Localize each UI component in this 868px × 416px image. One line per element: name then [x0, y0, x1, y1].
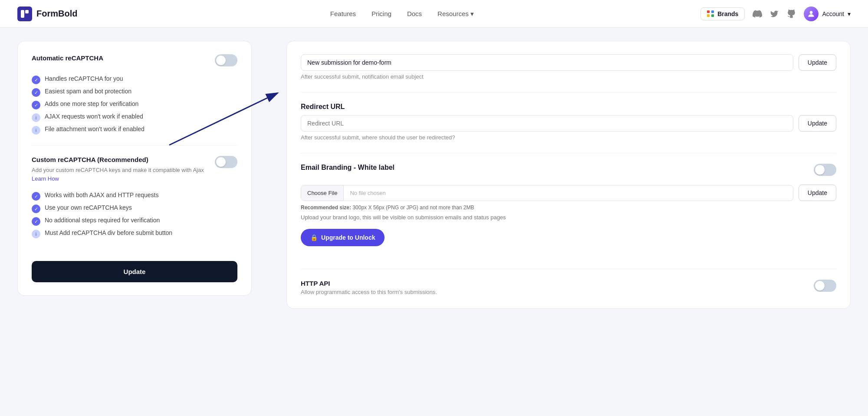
- learn-how-link[interactable]: Learn How: [32, 175, 59, 182]
- file-upload-row: Choose File No file chosen Update: [301, 185, 836, 201]
- redirect-url-input[interactable]: [301, 115, 793, 132]
- choose-file-button[interactable]: Choose File: [301, 185, 344, 201]
- list-item: ✓ Works with both AJAX and HTTP requests: [32, 191, 237, 201]
- account-chevron-icon: ▾: [848, 10, 851, 17]
- auto-recaptcha-features: ✓ Handles reCAPTCHA for you ✓ Easiest sp…: [32, 75, 237, 135]
- divider: [301, 153, 836, 153]
- auto-recaptcha-toggle[interactable]: [215, 54, 237, 66]
- account-menu[interactable]: Account ▾: [804, 7, 851, 21]
- nav-docs[interactable]: Docs: [407, 10, 422, 17]
- custom-recaptcha-toggle[interactable]: [215, 156, 237, 168]
- file-update-button[interactable]: Update: [799, 185, 836, 201]
- twitter-icon[interactable]: [770, 10, 779, 18]
- settings-card: Automatic reCAPTCHA ✓ Handles reCAPTCHA …: [17, 41, 252, 296]
- brands-button[interactable]: Brands: [700, 7, 745, 20]
- email-subject-desc: After successful submit, notification em…: [301, 73, 836, 80]
- email-subject-row: Update: [301, 54, 836, 71]
- svg-rect-1: [25, 10, 29, 13]
- http-api-info: HTTP API Allow programmatic access to th…: [301, 280, 437, 295]
- logo-text: FormBold: [36, 9, 77, 19]
- file-label: No file chosen: [344, 185, 391, 201]
- account-label: Account: [822, 10, 844, 17]
- check-icon: ✓: [32, 192, 40, 201]
- discord-icon[interactable]: [753, 9, 762, 19]
- upgrade-button[interactable]: 🔒 Upgrade to Unlock: [301, 229, 385, 246]
- list-item: ✓ Easiest spam and bot protection: [32, 88, 237, 97]
- custom-recaptcha-desc: Add your custom reCAPTCHA keys and make …: [32, 166, 206, 183]
- http-api-section: HTTP API Allow programmatic access to th…: [301, 280, 836, 295]
- redirect-url-section: Redirect URL Update After successful sub…: [301, 103, 836, 141]
- email-branding-row: Email Branding - White label: [301, 164, 836, 176]
- http-api-title: HTTP API: [301, 280, 437, 287]
- upload-desc: Upload your brand logo, this will be vis…: [301, 213, 836, 222]
- custom-recaptcha-title: Custom reCAPTCHA (Recommended): [32, 156, 206, 163]
- info-icon: i: [32, 113, 40, 122]
- lock-icon: 🔒: [310, 234, 318, 241]
- http-api-desc: Allow programmatic access to this form's…: [301, 289, 437, 295]
- custom-recaptcha-row: Custom reCAPTCHA (Recommended) Add your …: [32, 156, 237, 183]
- check-icon: ✓: [32, 205, 40, 213]
- chevron-down-icon: ▾: [470, 10, 474, 18]
- custom-recaptcha-info: Custom reCAPTCHA (Recommended) Add your …: [32, 156, 206, 183]
- auto-recaptcha-title: Automatic reCAPTCHA: [32, 54, 103, 62]
- check-icon: ✓: [32, 88, 40, 97]
- nav-links: Features Pricing Docs Resources ▾: [103, 10, 700, 18]
- email-subject-section: Update After successful submit, notifica…: [301, 54, 836, 80]
- recommended-size: Recommended size: 300px X 56px (PNG or J…: [301, 205, 836, 211]
- check-icon: ✓: [32, 101, 40, 109]
- nav-resources[interactable]: Resources ▾: [437, 10, 474, 18]
- brands-grid-icon: [707, 10, 714, 17]
- email-branding-title: Email Branding - White label: [301, 164, 395, 172]
- right-card: Update After successful submit, notifica…: [286, 41, 851, 309]
- redirect-url-update-button[interactable]: Update: [799, 115, 836, 132]
- check-icon: ✓: [32, 76, 40, 84]
- logo[interactable]: FormBold: [17, 7, 77, 21]
- svg-point-2: [810, 11, 813, 14]
- left-panel: Automatic reCAPTCHA ✓ Handles reCAPTCHA …: [0, 28, 269, 416]
- update-button[interactable]: Update: [32, 261, 237, 282]
- redirect-url-row: Update: [301, 115, 836, 132]
- info-icon: i: [32, 230, 40, 238]
- list-item: i AJAX requests won't work if enabled: [32, 113, 237, 122]
- divider: [301, 269, 836, 269]
- nav-right: Brands Account ▾: [700, 7, 851, 21]
- http-api-toggle[interactable]: [814, 280, 836, 292]
- email-subject-input[interactable]: [301, 54, 793, 71]
- auto-recaptcha-row: Automatic reCAPTCHA: [32, 54, 237, 66]
- upgrade-label: Upgrade to Unlock: [321, 234, 375, 241]
- logo-icon: [17, 7, 32, 21]
- info-icon: i: [32, 126, 40, 135]
- list-item: ✓ Handles reCAPTCHA for you: [32, 75, 237, 84]
- check-icon: ✓: [32, 217, 40, 226]
- file-input-wrapper: Choose File No file chosen: [301, 185, 793, 201]
- divider: [32, 145, 237, 145]
- divider: [301, 92, 836, 92]
- navbar: FormBold Features Pricing Docs Resources…: [0, 0, 868, 28]
- right-panel: Update After successful submit, notifica…: [269, 28, 868, 416]
- redirect-url-desc: After successful submit, where should th…: [301, 134, 836, 141]
- nav-pricing[interactable]: Pricing: [372, 10, 391, 17]
- email-subject-update-button[interactable]: Update: [799, 54, 836, 71]
- list-item: ✓ No additional steps required for verif…: [32, 217, 237, 226]
- github-icon[interactable]: [786, 9, 796, 19]
- list-item: ✓ Adds one more step for verification: [32, 100, 237, 109]
- custom-recaptcha-features: ✓ Works with both AJAX and HTTP requests…: [32, 191, 237, 238]
- nav-features[interactable]: Features: [330, 10, 356, 17]
- list-item: i File attachment won't work if enabled: [32, 125, 237, 135]
- avatar: [804, 7, 819, 21]
- brands-label: Brands: [717, 10, 738, 17]
- redirect-url-title: Redirect URL: [301, 103, 836, 111]
- email-branding-section: Email Branding - White label Choose File…: [301, 164, 836, 257]
- list-item: ✓ Use your own reCAPTCHA keys: [32, 204, 237, 213]
- svg-rect-0: [21, 10, 24, 18]
- email-branding-toggle[interactable]: [814, 164, 836, 176]
- page-content: Automatic reCAPTCHA ✓ Handles reCAPTCHA …: [0, 28, 868, 416]
- list-item: i Must Add reCAPTCHA div before submit b…: [32, 229, 237, 238]
